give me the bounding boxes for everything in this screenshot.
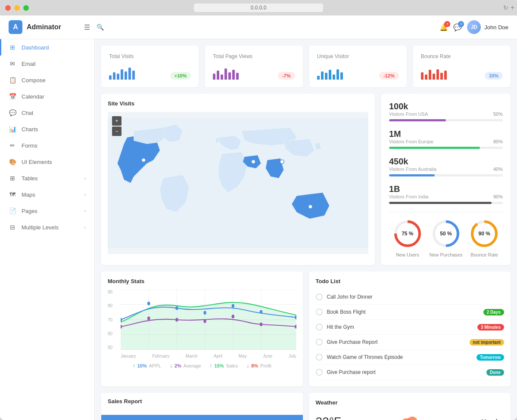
sidebar-item-chat[interactable]: 💬 Chat xyxy=(0,105,94,121)
svg-point-4 xyxy=(308,205,312,209)
australia-count: 450k xyxy=(389,157,503,167)
browser-maximize-btn[interactable] xyxy=(23,5,29,11)
sidebar-item-label: Email xyxy=(22,61,36,67)
sidebar-item-label: UI Elements xyxy=(22,159,52,165)
sidebar-item-charts[interactable]: 📊 Charts xyxy=(0,121,94,137)
unique-visitor-badge: -12% xyxy=(379,72,399,80)
svg-point-26 xyxy=(260,310,263,314)
notifications-button[interactable]: 🔔 9 xyxy=(439,23,448,31)
usa-percent: 50% xyxy=(493,111,503,117)
hamburger-icon[interactable]: ☰ xyxy=(84,23,90,31)
usa-progress-fill xyxy=(389,119,446,121)
main-content: Total Visits +10% xyxy=(95,39,517,420)
browser-minimize-btn[interactable] xyxy=(14,5,20,11)
monthly-stats-chart: 9080706050 xyxy=(108,290,296,358)
tables-icon: ⊞ xyxy=(9,175,16,182)
sidebar-item-multiple-levels[interactable]: ⊟ Multiple Levels › xyxy=(0,219,94,235)
india-progress-bar xyxy=(389,202,503,204)
visitor-stats-panel: 100k Visitors From USA 50% 1M xyxy=(381,94,511,265)
browser-close-btn[interactable] xyxy=(5,5,11,11)
sidebar-item-pages[interactable]: 📄 Pages › xyxy=(0,203,94,219)
usa-count: 100k xyxy=(389,102,503,111)
browser-url-bar[interactable]: 0.0.0.0 xyxy=(194,3,323,12)
sidebar-item-label: Maps xyxy=(22,191,35,198)
usa-stat: 100k Visitors From USA 50% xyxy=(389,102,503,121)
map-controls: + − xyxy=(112,116,121,136)
legend-average: ↓ 2% Average xyxy=(170,363,201,369)
svg-point-21 xyxy=(121,318,122,322)
australia-percent: 40% xyxy=(493,167,503,172)
sidebar: ⊞ Dashboard ✉ Email 📋 Compose 📅 Calendar… xyxy=(0,39,95,420)
compose-icon: 📋 xyxy=(9,77,16,83)
todo-badge-3: not important xyxy=(470,339,504,346)
messages-button[interactable]: 💬 3 xyxy=(453,23,462,31)
sidebar-item-label: Charts xyxy=(22,126,38,133)
sidebar-item-ui-elements[interactable]: 🎨 UI Elements xyxy=(0,154,94,170)
chat-icon: 💬 xyxy=(9,109,16,116)
todo-checkbox-3[interactable] xyxy=(316,339,323,346)
new-purchases-label: New Purchases xyxy=(429,252,462,257)
ui-elements-icon: 🎨 xyxy=(9,158,16,165)
todo-badge-2: 3 Minutes xyxy=(477,324,504,330)
stat-cards-row: Total Visits +10% xyxy=(101,46,511,87)
legend-average-label: Average xyxy=(184,363,201,368)
sidebar-item-forms[interactable]: ✏ Forms xyxy=(0,137,94,154)
search-icon[interactable]: 🔍 xyxy=(97,24,104,31)
new-purchases-percent: 50 % xyxy=(440,231,452,237)
svg-point-33 xyxy=(260,322,263,326)
europe-count: 1M xyxy=(389,129,503,139)
map-zoom-out-button[interactable]: − xyxy=(112,127,121,136)
middle-section: Site Visits + − xyxy=(101,94,511,265)
todo-checkbox-0[interactable] xyxy=(316,293,323,300)
sidebar-item-dashboard[interactable]: ⊞ Dashboard xyxy=(0,39,94,56)
unique-visitor-card: Unique Visitor -12% xyxy=(309,46,407,87)
legend-sales: ↑ 15% Sales xyxy=(210,363,238,369)
sidebar-item-label: Compose xyxy=(22,77,46,83)
user-area[interactable]: JD John Doe xyxy=(467,20,508,34)
unique-visitor-chart xyxy=(317,65,343,80)
todo-item-3: Give Purchase Report not important xyxy=(316,335,505,350)
sidebar-item-compose[interactable]: 📋 Compose xyxy=(0,72,94,88)
europe-progress-bar xyxy=(389,147,503,149)
todo-checkbox-2[interactable] xyxy=(316,324,323,330)
svg-point-30 xyxy=(175,318,178,322)
sidebar-item-maps[interactable]: 🗺 Maps › xyxy=(0,186,94,203)
chevron-right-icon: › xyxy=(84,176,86,181)
map-zoom-in-button[interactable]: + xyxy=(112,116,121,126)
world-map-svg xyxy=(108,112,368,254)
dashboard-icon: ⊞ xyxy=(9,44,16,51)
sidebar-item-label: Pages xyxy=(22,208,37,214)
europe-label: Visitors From Europe xyxy=(389,139,433,144)
australia-label: Visitors From Australia xyxy=(389,167,436,172)
todo-text-2: Hit the Gym xyxy=(327,324,473,330)
todo-list-title: Todo List xyxy=(316,278,505,284)
svg-point-31 xyxy=(203,319,206,323)
todo-item-0: Call John for Dinner xyxy=(316,290,505,305)
sidebar-item-label: Calendar xyxy=(22,93,44,100)
sidebar-item-email[interactable]: ✉ Email xyxy=(0,56,94,72)
todo-text-5: Give Purchase report xyxy=(327,369,483,375)
browser-refresh-icon[interactable]: ↻ xyxy=(503,4,508,11)
bounce-rate-card: Bounce Rate 33% xyxy=(413,46,511,87)
chevron-right-icon: › xyxy=(84,209,86,213)
todo-text-4: Watch Game of Thrones Episode xyxy=(327,354,472,360)
chevron-right-icon: › xyxy=(84,192,86,197)
todo-checkbox-4[interactable] xyxy=(316,354,323,361)
todo-checkbox-1[interactable] xyxy=(316,309,323,315)
svg-point-3 xyxy=(252,160,255,164)
monthly-stats-title: Monthly Stats xyxy=(108,278,296,284)
unique-visitor-title: Unique Visitor xyxy=(317,53,399,59)
sidebar-item-tables[interactable]: ⊞ Tables › xyxy=(0,170,94,186)
todo-checkbox-5[interactable] xyxy=(316,369,323,376)
sidebar-item-calendar[interactable]: 📅 Calendar xyxy=(0,88,94,105)
browser-new-tab-icon[interactable]: + xyxy=(511,4,514,12)
new-users-donut: 75 % New Users xyxy=(392,219,423,257)
weather-title: Weather xyxy=(316,399,505,406)
legend-sales-label: Sales xyxy=(226,363,238,368)
sidebar-item-label: Dashboard xyxy=(22,44,49,51)
bounce-rate-title: Bounce Rate xyxy=(421,53,503,59)
logo-text: Adminator xyxy=(27,23,61,31)
weather-temp: 32°F xyxy=(316,415,346,420)
svg-point-32 xyxy=(232,315,235,318)
sidebar-item-label: Chat xyxy=(22,110,33,116)
